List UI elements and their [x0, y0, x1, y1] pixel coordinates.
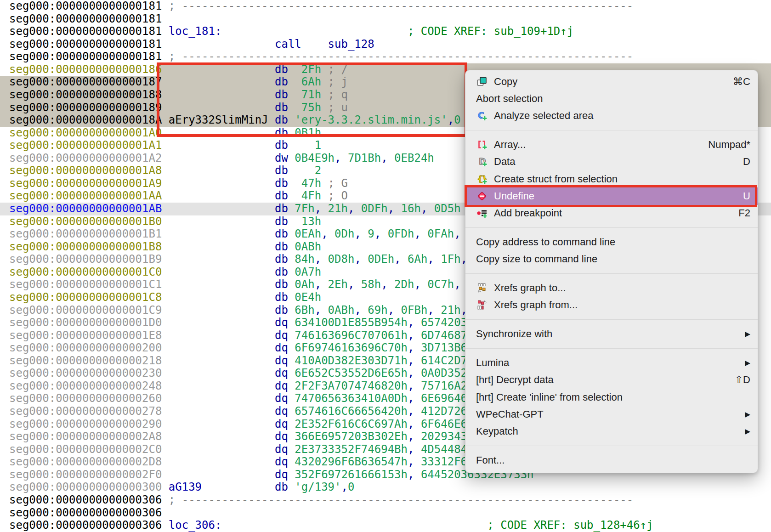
- xrefs-from-icon: [476, 300, 488, 310]
- asm-line[interactable]: seg000:0000000000000306 ; --------------…: [9, 494, 653, 507]
- menu-item-copy-size-to-command-line[interactable]: Copy size to command line: [465, 251, 758, 268]
- menu-item-label: Copy: [494, 76, 517, 88]
- asm-line[interactable]: seg000:0000000000000181 ; --------------…: [9, 0, 653, 13]
- menu-item-undefine[interactable]: UndefineU: [465, 187, 758, 204]
- submenu-arrow-icon: ▶: [745, 359, 750, 367]
- copy-icon: [476, 77, 488, 87]
- array-icon: [476, 140, 488, 150]
- menu-item-keypatch[interactable]: Keypatch▶: [465, 423, 758, 440]
- struct-icon: {}: [476, 174, 488, 184]
- menu-item-label: Copy address to command line: [476, 236, 615, 248]
- menu-item-label: Undefine: [494, 190, 534, 202]
- menu-item-label: Keypatch: [476, 425, 518, 437]
- menu-separator: [465, 319, 758, 320]
- selection-annotation-red-box: [157, 62, 467, 137]
- xrefs-to-icon: [476, 283, 488, 293]
- menu-separator: [465, 446, 758, 447]
- submenu-arrow-icon: ▶: [745, 410, 750, 419]
- menu-item-copy[interactable]: Copy⌘C: [465, 73, 758, 90]
- menu-item-font[interactable]: Font...: [465, 452, 758, 469]
- menu-item-label: Lumina: [476, 357, 509, 369]
- menu-item-xrefs-graph-to[interactable]: Xrefs graph to...: [465, 279, 758, 296]
- menu-item-data[interactable]: DDataD: [465, 153, 758, 170]
- menu-item-shortcut: ⇧D: [726, 374, 750, 386]
- menu-separator: [465, 130, 758, 131]
- menu-item-array[interactable]: Array...Numpad*: [465, 136, 758, 153]
- menu-item-xrefs-graph-from[interactable]: Xrefs graph from...: [465, 297, 758, 314]
- analyze-icon: C: [476, 111, 488, 121]
- menu-item-label: Xrefs graph to...: [494, 282, 566, 294]
- menu-separator: [465, 273, 758, 274]
- menu-item-label: Array...: [494, 139, 526, 151]
- asm-line[interactable]: seg000:0000000000000181 loc_181: ; CODE …: [9, 25, 653, 38]
- menu-item-label: Synchronize with: [476, 328, 552, 340]
- menu-item-label: Xrefs graph from...: [494, 299, 578, 311]
- data-icon: D: [476, 157, 488, 167]
- menu-item-label: [hrt] Decrypt data: [476, 374, 554, 386]
- menu-item-label: Font...: [476, 454, 505, 466]
- asm-line[interactable]: seg000:0000000000000181 call sub_128: [9, 38, 653, 51]
- menu-item-label: Analyze selected area: [494, 110, 593, 122]
- menu-item-shortcut: ⌘C: [724, 76, 750, 88]
- ida-disassembly-view: seg000:0000000000000181 ; --------------…: [0, 0, 771, 532]
- asm-line[interactable]: seg000:0000000000000181 ; --------------…: [9, 51, 653, 63]
- asm-line[interactable]: seg000:0000000000000306: [9, 507, 653, 520]
- menu-item-shortcut: Numpad*: [699, 139, 750, 151]
- menu-item-label: WPeChat-GPT: [476, 408, 544, 420]
- menu-item-label: Create struct from selection: [494, 173, 618, 185]
- menu-item-shortcut: F2: [729, 207, 750, 219]
- asm-line[interactable]: seg000:0000000000000181: [9, 13, 653, 26]
- submenu-arrow-icon: ▶: [745, 330, 750, 338]
- menu-item-hrt-decrypt-data[interactable]: [hrt] Decrypt data⇧D: [465, 372, 758, 389]
- menu-item-label: Add breakpoint: [494, 207, 562, 219]
- menu-item-copy-address-to-command-line[interactable]: Copy address to command line: [465, 233, 758, 250]
- menu-item-label: Abort selection: [476, 93, 543, 105]
- menu-item-add-breakpoint[interactable]: Add breakpointF2: [465, 205, 758, 222]
- asm-line[interactable]: seg000:0000000000000306 loc_306: ; CODE …: [9, 519, 653, 532]
- menu-item-wpechat-gpt[interactable]: WPeChat-GPT▶: [465, 406, 758, 423]
- menu-item-shortcut: U: [734, 190, 750, 202]
- menu-item-analyze-selected-area[interactable]: CAnalyze selected area: [465, 108, 758, 125]
- context-menu: Copy⌘CAbort selectionCAnalyze selected a…: [465, 70, 758, 473]
- undefine-icon: [476, 191, 488, 201]
- breakpoint-icon: [476, 208, 488, 218]
- asm-line[interactable]: seg000:0000000000000300 aG139 db 'g/139'…: [9, 481, 653, 494]
- menu-separator: [465, 348, 758, 349]
- menu-item-label: Copy size to command line: [476, 253, 597, 265]
- menu-separator: [465, 227, 758, 228]
- submenu-arrow-icon: ▶: [745, 427, 750, 436]
- menu-item-label: [hrt] Create 'inline' from selection: [476, 391, 623, 403]
- menu-item-create-struct-from-selection[interactable]: {}Create struct from selection: [465, 170, 758, 187]
- menu-item-label: Data: [494, 156, 515, 168]
- menu-item-hrt-create-inline-from-selection[interactable]: [hrt] Create 'inline' from selection: [465, 389, 758, 406]
- menu-item-lumina[interactable]: Lumina▶: [465, 354, 758, 371]
- menu-item-synchronize-with[interactable]: Synchronize with▶: [465, 326, 758, 343]
- menu-item-shortcut: D: [734, 156, 750, 168]
- menu-item-abort-selection[interactable]: Abort selection: [465, 90, 758, 107]
